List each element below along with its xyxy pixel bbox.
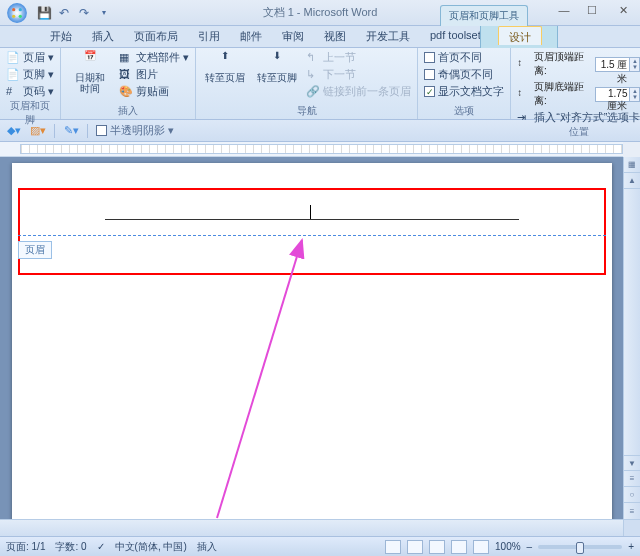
qat-customize-icon[interactable]: ▾ xyxy=(96,5,112,21)
picture-button[interactable]: 🖼图片 xyxy=(119,67,189,82)
title-bar: 💾 ↶ ↷ ▾ 文档 1 - Microsoft Word 页眉和页脚工具 — … xyxy=(0,0,640,26)
tab-design[interactable]: 设计 xyxy=(498,26,542,45)
header-dist-input[interactable]: 1.5 厘米▲▼ xyxy=(595,57,640,72)
tab-review[interactable]: 审阅 xyxy=(272,26,314,47)
goto-header-button[interactable]: ⬆转至页眉 xyxy=(202,50,248,83)
tab-home[interactable]: 开始 xyxy=(40,26,82,47)
status-proof-icon[interactable]: ✓ xyxy=(97,541,105,552)
browse-object-icon[interactable]: ○ xyxy=(624,487,640,503)
next-section-button[interactable]: ↳下一节 xyxy=(306,67,411,82)
view-print-layout-icon[interactable] xyxy=(385,540,401,554)
bucket-icon[interactable]: ▨▾ xyxy=(30,123,46,139)
checkbox-icon xyxy=(96,125,107,136)
vertical-scrollbar[interactable]: ▦ ▲ ▼ ≡ ○ ≡ xyxy=(623,157,640,519)
window-controls: — ☐ ✕ xyxy=(550,0,640,20)
next-page-nav-icon[interactable]: ≡ xyxy=(624,503,640,519)
odd-even-label: 奇偶页不同 xyxy=(438,67,493,82)
tab-view[interactable]: 视图 xyxy=(314,26,356,47)
close-button[interactable]: ✕ xyxy=(606,0,640,20)
view-outline-icon[interactable] xyxy=(451,540,467,554)
context-tool-strip: 页眉和页脚工具 xyxy=(440,0,528,26)
scroll-down-icon[interactable]: ▼ xyxy=(624,455,640,471)
quickparts-button[interactable]: ▦文档部件 ▾ xyxy=(119,50,189,65)
scroll-up-icon[interactable]: ▲ xyxy=(624,173,640,189)
tab-mailings[interactable]: 邮件 xyxy=(230,26,272,47)
svg-point-3 xyxy=(12,14,15,17)
view-web-layout-icon[interactable] xyxy=(429,540,445,554)
status-page[interactable]: 页面: 1/1 xyxy=(6,540,45,554)
header-button[interactable]: 📄页眉 ▾ xyxy=(6,50,54,65)
view-full-screen-icon[interactable] xyxy=(407,540,423,554)
status-words[interactable]: 字数: 0 xyxy=(55,540,86,554)
status-language[interactable]: 中文(简体, 中国) xyxy=(115,540,187,554)
prev-section-icon: ↰ xyxy=(306,51,320,65)
translucent-shadow-toggle[interactable]: 半透明阴影 ▾ xyxy=(96,123,174,138)
show-doc-text[interactable]: ✓显示文档文字 xyxy=(424,84,504,99)
prev-page-nav-icon[interactable]: ≡ xyxy=(624,471,640,487)
tab-insert[interactable]: 插入 xyxy=(82,26,124,47)
group-insert: 📅 日期和 时间 ▦文档部件 ▾ 🖼图片 🎨剪贴画 插入 xyxy=(61,48,196,119)
horizontal-scrollbar[interactable] xyxy=(0,519,623,536)
ribbon-tabs: 开始 插入 页面布局 引用 邮件 审阅 视图 开发工具 pdf toolset … xyxy=(0,26,640,48)
page-number-button[interactable]: #页码 ▾ xyxy=(6,84,54,99)
minimize-button[interactable]: — xyxy=(550,0,578,20)
palette-icon[interactable]: ◆▾ xyxy=(6,123,22,139)
header-distance: ↕ 页眉顶端距离: 1.5 厘米▲▼ xyxy=(517,50,640,78)
zoom-out-button[interactable]: – xyxy=(527,541,533,552)
goto-footer-button[interactable]: ⬇转至页脚 xyxy=(254,50,300,83)
redo-icon[interactable]: ↷ xyxy=(76,5,92,21)
header-icon: 📄 xyxy=(6,51,20,65)
svg-point-1 xyxy=(12,8,15,11)
tab-developer[interactable]: 开发工具 xyxy=(356,26,420,47)
undo-icon[interactable]: ↶ xyxy=(56,5,72,21)
picture-icon: 🖼 xyxy=(119,68,133,82)
footer-button[interactable]: 📄页脚 ▾ xyxy=(6,67,54,82)
clipart-button[interactable]: 🎨剪贴画 xyxy=(119,84,189,99)
checkbox-checked-icon: ✓ xyxy=(424,86,435,97)
status-insert-mode[interactable]: 插入 xyxy=(197,540,217,554)
save-icon[interactable]: 💾 xyxy=(36,5,52,21)
odd-even-different[interactable]: 奇偶页不同 xyxy=(424,67,504,82)
ruler-toggle-icon[interactable]: ▦ xyxy=(624,157,640,173)
zoom-level[interactable]: 100% xyxy=(495,541,521,552)
header-dist-label: 页眉顶端距离: xyxy=(534,50,591,78)
tab-references[interactable]: 引用 xyxy=(188,26,230,47)
svg-point-4 xyxy=(19,14,22,17)
page[interactable]: 页眉 xyxy=(12,163,612,519)
zoom-slider[interactable] xyxy=(538,545,622,549)
footer-dist-value: 1.75 厘米 xyxy=(607,88,627,111)
horizontal-ruler[interactable] xyxy=(0,142,623,157)
maximize-button[interactable]: ☐ xyxy=(578,0,606,20)
footer-distance-icon: ↕ xyxy=(517,87,530,101)
next-section-icon: ↳ xyxy=(306,68,320,82)
tab-page-layout[interactable]: 页面布局 xyxy=(124,26,188,47)
goto-header-icon: ⬆ xyxy=(215,50,235,70)
spin-down-icon[interactable]: ▼ xyxy=(629,64,639,71)
header-rule xyxy=(105,219,519,220)
prev-section-button[interactable]: ↰上一节 xyxy=(306,50,411,65)
header-label: 页眉 ▾ xyxy=(23,50,54,65)
header-distance-icon: ↕ xyxy=(517,57,530,71)
spin-down-icon[interactable]: ▼ xyxy=(629,94,639,101)
clipart-icon: 🎨 xyxy=(119,85,133,99)
office-button[interactable] xyxy=(0,0,34,26)
text-cursor xyxy=(310,205,311,219)
footer-dist-input[interactable]: 1.75 厘米▲▼ xyxy=(595,87,640,102)
first-page-different[interactable]: 首页不同 xyxy=(424,50,504,65)
quick-access-toolbar: 💾 ↶ ↷ ▾ xyxy=(36,5,112,21)
datetime-button[interactable]: 📅 日期和 时间 xyxy=(67,50,113,94)
footer-dist-label: 页脚底端距离: xyxy=(534,80,591,108)
group-label-nav: 导航 xyxy=(202,104,411,119)
view-draft-icon[interactable] xyxy=(473,540,489,554)
group-position: ↕ 页眉顶端距离: 1.5 厘米▲▼ ↕ 页脚底端距离: 1.75 厘米▲▼ ⇥… xyxy=(511,48,640,119)
link-icon: 🔗 xyxy=(306,85,320,99)
translucent-label: 半透明阴影 ▾ xyxy=(110,123,174,138)
wand-icon[interactable]: ✎▾ xyxy=(63,123,79,139)
group-header-footer: 📄页眉 ▾ 📄页脚 ▾ #页码 ▾ 页眉和页脚 xyxy=(0,48,61,119)
quickparts-icon: ▦ xyxy=(119,51,133,65)
link-prev-label: 链接到前一条页眉 xyxy=(323,84,411,99)
document-area[interactable]: 页眉 xyxy=(0,157,623,519)
zoom-in-button[interactable]: + xyxy=(628,541,634,552)
link-prev-button[interactable]: 🔗链接到前一条页眉 xyxy=(306,84,411,99)
picture-label: 图片 xyxy=(136,67,158,82)
